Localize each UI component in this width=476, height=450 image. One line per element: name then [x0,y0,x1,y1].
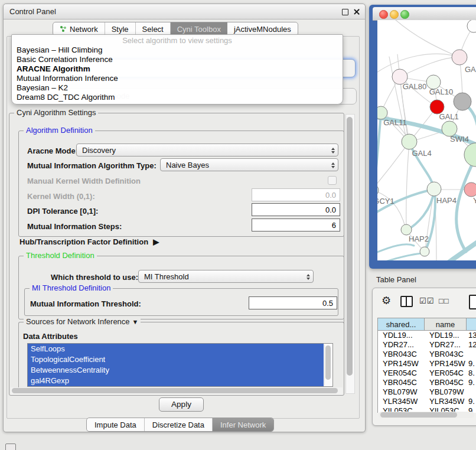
tab-infer-network[interactable]: Infer Network [213,418,273,431]
split-pane-icon[interactable] [400,296,413,307]
attribute-item-gal4rgexp[interactable]: gal4RGexp [28,376,324,386]
network-canvas[interactable]: GALGAL80GAL10GAL1GAL11SWI4GAL4HAP4YGCY1H… [377,20,476,260]
dropdown-item-bayesian-hill-climbing[interactable]: Bayesian – Hill Climbing [12,45,343,55]
float-window-icon[interactable] [342,9,348,15]
tab-select[interactable]: Select [136,22,171,35]
mi-threshold-field[interactable] [249,296,337,309]
column-header-name[interactable]: name [425,318,467,331]
node-label-swi4: SWI4 [450,135,469,144]
network-window-titlebar[interactable] [373,7,476,21]
settings-vertical-scrollbar[interactable] [345,114,355,394]
column-header-col2[interactable] [467,318,476,331]
deselect-all-columns-icon[interactable]: □□ [439,296,449,305]
manual-kernel-width-label: Manual Kernel Width Definition [27,177,141,185]
table-row[interactable]: YDR27...YDR27...12 [378,340,476,350]
table-cell: YLR345W [383,397,425,406]
node-label-hap2: HAP2 [409,234,429,243]
tab-network[interactable]: Network [53,22,105,35]
network-edge [389,20,459,57]
minimize-traffic-light-icon[interactable] [390,10,399,19]
network-edge [377,54,459,76]
dropdown-item-aracne-algorithm[interactable]: ARACNE Algorithm [12,64,343,74]
table-row[interactable]: YBR045CYBR045C9. [378,378,476,387]
table-cell: 9. [468,378,476,387]
apply-button[interactable]: Apply [159,397,204,412]
control-panel-titlebar[interactable]: Control Panel [4,4,365,19]
aracne-mode-value: Discovery [82,146,116,155]
network-node-gal4[interactable] [402,134,417,149]
table-horizontal-scrollbar-thumb[interactable] [380,412,457,418]
data-attributes-list[interactable]: SelfLoopsTopologicalCoefficientBetweenne… [27,343,333,387]
attribute-item-betweennesscentrality[interactable]: BetweennessCentrality [28,365,324,376]
network-node-gcy1[interactable] [377,184,379,196]
column-header-shared[interactable]: shared... [378,318,425,331]
table-horizontal-scrollbar[interactable] [379,412,474,418]
network-node-gal11[interactable] [377,106,387,119]
which-threshold-label: Which threshold to use: [51,273,138,282]
network-edge [406,142,409,229]
tab-cyni-toolbox[interactable]: Cyni Toolbox [171,22,227,35]
tab-label: Select [142,25,164,34]
mi-algorithm-type-select[interactable]: Naive Bayes [160,158,338,171]
table-cell: YBR045C [383,378,425,387]
mi-steps-field[interactable] [252,219,340,231]
list-scrollbar-thumb[interactable] [325,345,331,380]
hub-definition-expander[interactable]: Hub/Transcription Factor Definition▶ [19,237,159,246]
network-node[interactable] [420,247,429,256]
network-node-hap2[interactable] [401,224,412,235]
floating-panel-icon[interactable] [5,444,16,450]
tab-impute-data[interactable]: Impute Data [87,418,145,431]
table-row[interactable]: YBR043CYBR043C [378,350,476,359]
gear-icon[interactable]: ⚙ [382,294,391,307]
settings-horizontal-scrollbar[interactable] [11,387,343,394]
table-cell: 9. [468,397,476,406]
settings-vertical-scrollbar-thumb[interactable] [347,117,353,376]
dropdown-item-dream8-dc-tdc-algorithm[interactable]: Dream8 DC_TDC Algorithm [12,93,343,102]
zoom-traffic-light-icon[interactable] [400,10,409,19]
attribute-item-selfloops[interactable]: SelfLoops [28,344,324,354]
new-table-icon[interactable] [469,295,476,309]
table-row[interactable]: YPR145WYPR145W9. [378,359,476,369]
dropdown-item-basic-correlation-inference[interactable]: Basic Correlation Inference [12,55,343,64]
node-label-hap4: HAP4 [436,196,457,205]
table-cell: 13 [468,331,476,340]
close-traffic-light-icon[interactable] [379,10,388,19]
table-row[interactable]: YDL19...YDL19...13 [378,331,476,340]
stepper-arrows-icon [307,272,310,282]
tab-style[interactable]: Style [105,22,136,35]
control-panel-window: Control Panel NetworkStyleSelectCyni Too… [3,4,366,432]
tab-discretize-data[interactable]: Discretize Data [145,418,213,431]
manual-kernel-width-checkbox[interactable] [328,176,337,185]
table-cell: YDL19... [383,331,425,340]
list-scrollbar[interactable] [324,344,332,386]
sources-legend[interactable]: Sources for Network Inference▼ [24,317,141,326]
which-threshold-select[interactable]: MI Threshold [138,270,314,283]
network-node-gal[interactable] [452,50,467,65]
kernel-width-field[interactable] [252,188,340,201]
network-node-swi4[interactable] [464,143,476,167]
tab-jactivemnodules[interactable]: jActiveMNodules [227,22,298,35]
network-graph-icon [60,25,67,32]
mi-threshold-legend: MI Threshold Definition [30,283,113,292]
dropdown-item-mutual-information-inference[interactable]: Mutual Information Inference [12,74,343,83]
table-cell: YBR043C [429,350,467,359]
network-node[interactable] [454,93,471,110]
stepper-arrows-icon [331,146,335,155]
settings-horizontal-scrollbar-thumb[interactable] [12,388,338,393]
network-node-y[interactable] [464,182,476,197]
table-row[interactable]: YBL079WYBL079W [378,387,476,397]
dropdown-item-bayesian-k2[interactable]: Bayesian – K2 [12,83,343,93]
mi-steps-label: Mutual Information Steps: [27,222,122,231]
select-all-columns-icon[interactable]: ☑☑ [419,296,434,305]
table-cell: YPR145W [429,359,467,369]
aracne-mode-label: Aracne Mode: [27,146,78,155]
aracne-mode-select[interactable]: Discovery [76,144,338,156]
attribute-item-topologicalcoefficient[interactable]: TopologicalCoefficient [28,354,324,365]
table-cell: 9. [468,359,476,369]
table-row[interactable]: YLR345WYLR345W9. [378,397,476,406]
table-row[interactable]: YER054CYER054C8. [378,369,476,378]
network-node[interactable] [467,20,476,32]
dpi-tolerance-field[interactable] [252,203,340,216]
close-icon[interactable] [353,8,360,15]
network-node-hap4[interactable] [427,182,441,196]
